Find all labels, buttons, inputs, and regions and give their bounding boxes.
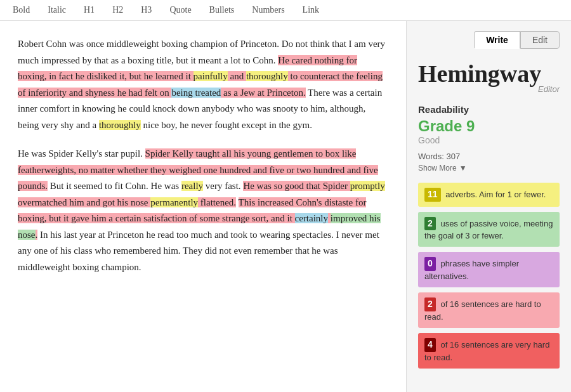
highlight-passive-2: certainly (295, 213, 328, 223)
highlight-adverb-2: thoroughly (246, 71, 288, 81)
h2-button[interactable]: H2 (110, 4, 126, 16)
stat-card-0: 11 adverbs. Aim for 1 or fewer. (418, 183, 560, 207)
main-layout: Robert Cohn was once middleweight boxing… (0, 21, 571, 392)
stat-card-3: 2 of 16 sentences are hard to read. (418, 292, 560, 328)
toolbar: Bold Italic H1 H2 H3 Quote Bullets Numbe… (0, 0, 571, 21)
sidebar: Write Edit Hemingway Editor Readability … (406, 21, 571, 392)
chevron-down-icon: ▼ (459, 164, 467, 173)
words-count: Words: 307 (418, 152, 560, 161)
highlight-adverb-4: really (181, 181, 203, 191)
app-title: Hemingway (418, 62, 560, 86)
highlight-passive-1: being treated (171, 88, 221, 98)
stat-num-2: 0 (424, 257, 436, 271)
editor-area[interactable]: Robert Cohn was once middleweight boxing… (0, 21, 406, 392)
grade-label: Grade 9 (418, 117, 560, 135)
stat-num-3: 2 (424, 297, 436, 311)
edit-tab[interactable]: Edit (520, 31, 560, 49)
bold-button[interactable]: Bold (10, 4, 32, 16)
good-label: Good (418, 135, 560, 145)
highlight-adverb-1: painfully (194, 71, 228, 81)
highlight-adverb-6: permanently (150, 197, 198, 207)
stat-num-4: 4 (424, 338, 436, 352)
show-more-button[interactable]: Show More ▼ (418, 164, 560, 173)
stat-num-0: 11 (424, 188, 441, 202)
highlight-adverb-5: promptly (350, 181, 385, 191)
paragraph-1: Robert Cohn was once middleweight boxing… (18, 36, 388, 133)
stat-cards: 11 adverbs. Aim for 1 or fewer.2 uses of… (418, 183, 560, 369)
quote-button[interactable]: Quote (167, 4, 194, 16)
stat-card-4: 4 of 16 sentences are very hard to read. (418, 333, 560, 369)
readability-label: Readability (418, 104, 560, 115)
stat-card-2: 0 phrases have simpler alternatives. (418, 252, 560, 287)
italic-button[interactable]: Italic (45, 4, 69, 16)
stat-num-1: 2 (424, 217, 436, 231)
numbers-button[interactable]: Numbers (249, 4, 287, 16)
link-button[interactable]: Link (300, 4, 322, 16)
h1-button[interactable]: H1 (81, 4, 97, 16)
write-tab[interactable]: Write (474, 31, 520, 49)
paragraph-2: He was Spider Kelly's star pupil. Spider… (18, 146, 388, 275)
highlight-adverb-3: thoroughly (99, 120, 141, 130)
write-edit-tabs: Write Edit (418, 31, 560, 49)
bullets-button[interactable]: Bullets (207, 4, 237, 16)
app-title-block: Hemingway Editor (418, 62, 560, 94)
stat-card-1: 2 uses of passive voice, meeting the goa… (418, 212, 560, 247)
h3-button[interactable]: H3 (138, 4, 154, 16)
highlight-pink-1: He cared nothing for boxing, in fact he … (18, 55, 383, 98)
